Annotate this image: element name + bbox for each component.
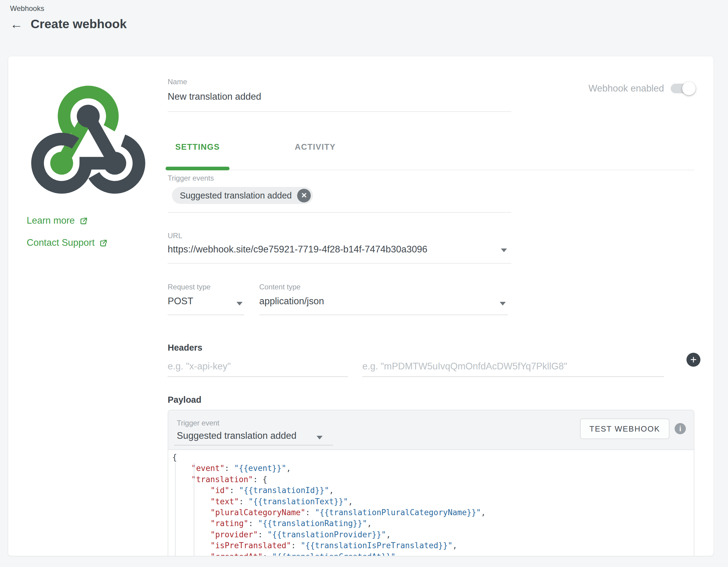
code-line: { (172, 452, 694, 463)
chevron-down-icon[interactable] (237, 302, 243, 305)
payload-select-underline (174, 445, 333, 445)
info-icon[interactable]: i (675, 423, 686, 434)
payload-section-title: Payload (168, 395, 201, 405)
back-arrow-icon[interactable]: ← (10, 18, 23, 31)
payload-panel: Trigger event Suggested translation adde… (168, 410, 694, 556)
code-line: "rating": "{{translationRating}}", (172, 518, 694, 529)
trigger-events-field[interactable]: Trigger events Suggested translation add… (168, 175, 511, 213)
content-type-label: Content type (259, 284, 508, 290)
code-line: "translation": { (172, 474, 694, 485)
chip-remove-icon[interactable]: ✕ (297, 189, 311, 203)
trigger-events-chips: Suggested translation added ✕ (168, 187, 511, 204)
headers-section-title: Headers (168, 343, 202, 353)
header-value-input[interactable] (362, 356, 664, 377)
plus-icon: + (690, 354, 696, 365)
indent-guide (175, 463, 176, 556)
url-field[interactable]: URL https://webhook.site/c9e75921-7719-4… (168, 232, 511, 264)
payload-trigger-event-value[interactable]: Suggested translation added (177, 430, 297, 441)
webhook-enabled-toggle[interactable] (671, 84, 695, 93)
webhook-enabled-row: Webhook enabled (589, 83, 695, 94)
contact-support-label: Contact Support (27, 237, 95, 248)
tab-settings[interactable]: SETTINGS (166, 138, 230, 170)
tab-bar: SETTINGS ACTIVITY (166, 138, 694, 170)
webhook-logo (28, 78, 149, 194)
url-value[interactable]: https://webhook.site/c9e75921-7719-4f28-… (168, 244, 511, 255)
code-line: "createdAt": "{{translationCreatedAt}}", (172, 551, 694, 556)
external-link-icon (99, 239, 107, 247)
name-label: Name (168, 78, 511, 86)
name-value[interactable]: New translation added (168, 91, 511, 102)
payload-code-editor[interactable]: {"event": "{{event}}","translation": {"i… (168, 450, 694, 556)
trigger-events-label: Trigger events (168, 175, 511, 182)
header-key-input[interactable] (168, 356, 348, 377)
chevron-down-icon[interactable] (317, 436, 323, 439)
add-header-button[interactable]: + (686, 353, 700, 367)
chip-label: Suggested translation added (180, 191, 292, 201)
chevron-down-icon[interactable] (500, 302, 506, 305)
request-type-label: Request type (168, 284, 244, 290)
code-line: "provider": "{{translationProvider}}", (172, 529, 694, 540)
toggle-knob[interactable] (682, 82, 696, 95)
code-line: "isPreTranslated": "{{translationIsPreTr… (172, 540, 694, 551)
payload-panel-header: Trigger event Suggested translation adde… (168, 410, 694, 450)
test-webhook-button[interactable]: TEST WEBHOOK (580, 418, 669, 439)
learn-more-label: Learn more (27, 215, 75, 226)
code-line: "id": "{{translationId}}", (172, 485, 694, 496)
create-webhook-card: Learn more Contact Support Name New tran… (8, 56, 713, 556)
learn-more-link[interactable]: Learn more (27, 215, 88, 226)
payload-trigger-event-label: Trigger event (177, 419, 220, 427)
code-line: "text": "{{translationText}}", (172, 496, 694, 507)
request-type-select[interactable]: Request type POST (168, 284, 244, 315)
trigger-event-chip[interactable]: Suggested translation added ✕ (172, 187, 313, 204)
webhook-enabled-label: Webhook enabled (589, 83, 664, 94)
tab-activity[interactable]: ACTIVITY (283, 138, 347, 170)
content-type-select[interactable]: Content type application/json (259, 284, 508, 315)
external-link-icon (79, 217, 88, 225)
indent-guide (194, 463, 194, 556)
breadcrumb[interactable]: Webhooks (10, 4, 44, 13)
contact-support-link[interactable]: Contact Support (27, 237, 107, 248)
page-title: Create webhook (31, 17, 127, 31)
content-type-value[interactable]: application/json (259, 295, 508, 307)
code-line: "pluralCategoryName": "{{translationPlur… (172, 507, 694, 518)
title-row: ← Create webhook (10, 17, 127, 31)
request-type-value[interactable]: POST (168, 295, 244, 307)
payload-code-lines: {"event": "{{event}}","translation": {"i… (172, 452, 694, 556)
url-label: URL (168, 232, 511, 240)
code-line: "event": "{{event}}", (172, 463, 694, 474)
name-field[interactable]: Name New translation added (168, 78, 511, 112)
